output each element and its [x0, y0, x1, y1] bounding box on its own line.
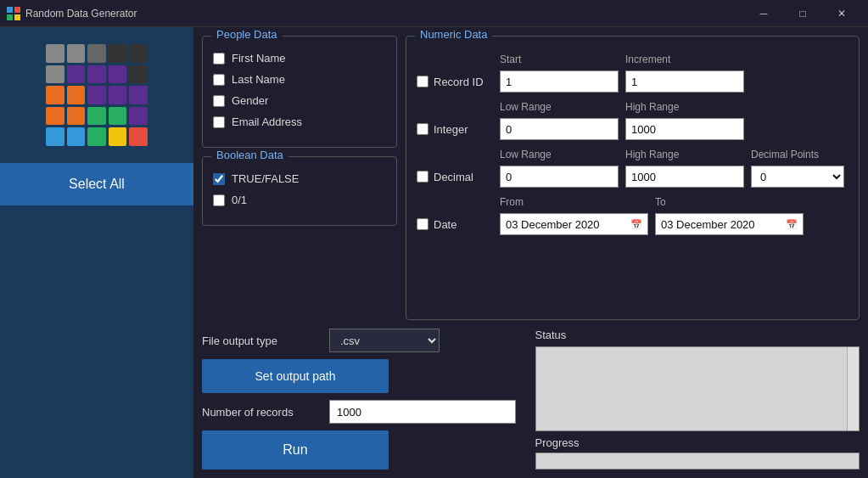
top-row: People Data First Name Last Name	[202, 36, 860, 320]
decimal-high-range-header: High Range	[625, 149, 744, 160]
decimal-label: Decimal	[434, 171, 473, 183]
decimal-points-header: Decimal Points	[751, 149, 844, 160]
email-label: Email Address	[232, 115, 302, 128]
run-button[interactable]: Run	[202, 430, 389, 470]
date-to-calendar-icon[interactable]: 📅	[786, 219, 798, 230]
record-id-start-input[interactable]	[500, 70, 619, 93]
record-id-checkbox[interactable]	[417, 76, 428, 87]
integer-low-range-input[interactable]	[500, 118, 619, 140]
true-false-checkbox[interactable]	[213, 173, 225, 185]
logo-cell	[129, 127, 148, 146]
logo-cell	[109, 107, 127, 126]
record-id-label-group: Record ID	[417, 76, 493, 88]
minimize-button[interactable]: ─	[744, 0, 783, 27]
zero-one-checkbox[interactable]	[213, 194, 225, 206]
progress-area: Progress	[535, 436, 860, 470]
logo-cell	[46, 127, 64, 146]
record-id-increment-input[interactable]	[625, 70, 744, 93]
people-data-legend: People Data	[211, 28, 283, 41]
decimal-label-group: Decimal	[417, 171, 493, 183]
close-button[interactable]: ✕	[822, 0, 861, 27]
logo-cell	[109, 44, 127, 63]
app-title: Random Data Generator	[25, 8, 744, 20]
logo-cell	[87, 86, 106, 104]
progress-label: Progress	[535, 436, 860, 449]
decimal-points-select[interactable]: 0 1 2 3	[751, 166, 844, 188]
select-all-button[interactable]: Select All	[0, 163, 193, 205]
numeric-data-panel: Numeric Data Start Increment	[406, 36, 860, 320]
integer-label: Integer	[434, 123, 468, 136]
logo-cell	[129, 65, 148, 84]
logo-cell	[129, 86, 148, 104]
logo-area	[0, 27, 193, 155]
boolean-data-panel: Boolean Data TRUE/FALSE 0/1	[202, 156, 397, 226]
email-checkbox[interactable]	[213, 116, 225, 128]
first-name-row[interactable]: First Name	[213, 52, 386, 65]
logo-cell	[109, 86, 127, 104]
integer-checkbox[interactable]	[417, 123, 428, 135]
status-label: Status	[535, 329, 860, 341]
status-box[interactable]	[535, 346, 860, 431]
svg-rect-3	[14, 14, 20, 20]
maximize-button[interactable]: □	[783, 0, 822, 27]
file-output-label: File output type	[202, 335, 321, 347]
increment-header: Increment	[625, 53, 744, 65]
logo-cell	[67, 44, 86, 63]
last-name-row[interactable]: Last Name	[213, 73, 386, 86]
records-row: Number of records	[202, 400, 527, 424]
logo-cell	[87, 65, 106, 84]
status-scrollbar[interactable]	[847, 347, 859, 430]
set-output-path-button[interactable]: Set output path	[202, 359, 389, 393]
zero-one-label: 0/1	[232, 194, 247, 206]
people-data-panel: People Data First Name Last Name	[202, 36, 397, 148]
last-name-label: Last Name	[232, 73, 285, 86]
date-from-header: From	[500, 196, 648, 208]
logo-grid	[46, 44, 148, 146]
decimal-low-range-input[interactable]	[500, 166, 619, 188]
date-to-value: 03 December 2020	[661, 218, 755, 231]
first-name-checkbox[interactable]	[213, 53, 225, 65]
date-from-input[interactable]: 03 December 2020 📅	[500, 213, 648, 235]
decimal-high-range-input[interactable]	[625, 166, 744, 188]
logo-cell	[67, 86, 86, 104]
logo-cell	[67, 107, 86, 126]
sidebar: Select All	[0, 27, 193, 478]
boolean-data-legend: Boolean Data	[211, 149, 288, 161]
app-window: Random Data Generator ─ □ ✕ Select All P…	[0, 0, 868, 478]
decimal-checkbox[interactable]	[417, 171, 428, 183]
logo-cell	[87, 107, 106, 126]
records-label: Number of records	[202, 406, 321, 419]
controls-area: File output type .csv .json .xml Set out…	[202, 329, 527, 470]
integer-high-range-input[interactable]	[625, 118, 744, 140]
logo-cell	[67, 127, 86, 146]
bottom-area: File output type .csv .json .xml Set out…	[202, 329, 860, 470]
date-to-input[interactable]: 03 December 2020 📅	[655, 213, 804, 235]
decimal-low-range-header: Low Range	[500, 149, 619, 160]
gender-checkbox[interactable]	[213, 95, 225, 107]
first-name-label: First Name	[232, 52, 286, 65]
records-input[interactable]	[329, 400, 516, 424]
integer-label-group: Integer	[417, 123, 493, 136]
svg-rect-0	[7, 7, 13, 13]
start-header: Start	[500, 53, 619, 65]
app-icon	[7, 7, 20, 20]
last-name-checkbox[interactable]	[213, 74, 225, 86]
window-controls: ─ □ ✕	[744, 0, 861, 27]
date-checkbox[interactable]	[417, 218, 428, 230]
gender-row[interactable]: Gender	[213, 94, 386, 107]
file-output-select[interactable]: .csv .json .xml	[329, 329, 440, 352]
svg-rect-1	[14, 7, 20, 13]
logo-cell	[46, 65, 64, 84]
date-to-header: To	[655, 196, 804, 208]
logo-cell	[46, 44, 64, 63]
date-label-group: Date	[417, 218, 493, 231]
integer-low-range-header: Low Range	[500, 101, 619, 113]
integer-high-range-header: High Range	[625, 101, 744, 113]
date-from-calendar-icon[interactable]: 📅	[630, 219, 642, 230]
email-row[interactable]: Email Address	[213, 115, 386, 128]
logo-cell	[129, 44, 148, 63]
left-column: People Data First Name Last Name	[202, 36, 397, 320]
true-false-row[interactable]: TRUE/FALSE	[213, 172, 386, 185]
title-bar: Random Data Generator ─ □ ✕	[0, 0, 868, 27]
zero-one-row[interactable]: 0/1	[213, 194, 386, 206]
